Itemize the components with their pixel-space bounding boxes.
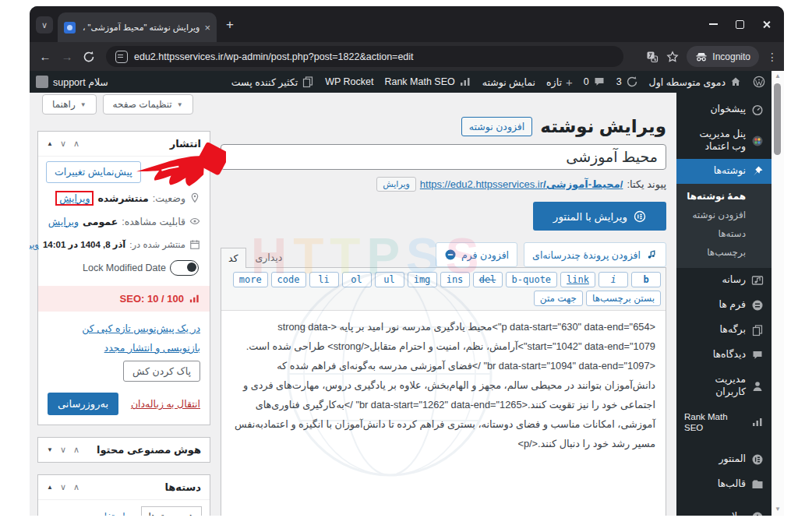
most-used-tab[interactable]: پراستفاده: [95, 507, 132, 516]
scrollbar-down-icon[interactable]: ▼: [775, 506, 781, 513]
qt-ins-button[interactable]: ins: [440, 272, 470, 287]
preview-changes-button[interactable]: پیش‌نمایش تغییرات: [46, 161, 141, 183]
qt-del-button[interactable]: del: [473, 272, 503, 287]
sidebar-item-users[interactable]: مدیریت کاربران: [676, 368, 772, 404]
update-button[interactable]: به‌روزرسانی: [48, 393, 118, 415]
sidebar-item-pages[interactable]: برگه‌ها: [676, 318, 772, 343]
sidebar-item-themes[interactable]: قالب‌ها: [676, 472, 772, 497]
site-info-icon[interactable]: [115, 51, 128, 63]
submenu-tags[interactable]: برچسب‌ها: [676, 243, 772, 262]
bookmark-star-icon[interactable]: [666, 51, 679, 63]
move-up-icon[interactable]: ∧: [73, 445, 79, 455]
view-post-menu[interactable]: نمایش نوشته: [482, 76, 535, 88]
sidebar-item-elementor[interactable]: المنتور: [676, 447, 772, 472]
close-button[interactable]: [753, 12, 779, 36]
edit-status-link[interactable]: ویرایش: [59, 193, 90, 204]
incognito-icon: [695, 51, 708, 63]
add-media-button[interactable]: افزودن پروندهٔ چندرسانه‌ای: [524, 242, 666, 267]
scrollbar-up-icon[interactable]: ▲: [775, 72, 781, 79]
site-name-menu[interactable]: دموی متوسطه اول: [649, 76, 742, 88]
reload-button[interactable]: [79, 48, 98, 66]
lock-modified-toggle[interactable]: [170, 260, 199, 276]
qt-link-button[interactable]: link: [560, 272, 595, 287]
move-up-icon[interactable]: ∧: [73, 482, 79, 492]
edit-with-elementor-button[interactable]: ویرایش با المنتور: [533, 202, 666, 231]
submenu-categories[interactable]: دسته‌ها: [676, 224, 772, 243]
qt-blockquote-button[interactable]: b-quote: [506, 272, 558, 287]
post-duplicator-menu[interactable]: تکثیر کننده پست: [231, 76, 314, 88]
qt-close-tags-button[interactable]: بستن برچسب‌ها: [586, 291, 661, 306]
sidebar-item-media[interactable]: رسانه: [676, 268, 772, 293]
qt-italic-button[interactable]: i: [598, 272, 628, 287]
qt-code-button[interactable]: code: [271, 272, 306, 287]
sidebar-label: المنتور: [719, 453, 746, 466]
qt-img-button[interactable]: img: [408, 272, 437, 287]
howdy-menu[interactable]: سلام support: [36, 76, 108, 88]
sidebar-item-salam[interactable]: سلام: [676, 505, 772, 516]
move-up-icon[interactable]: ∧: [73, 139, 79, 149]
scrollbar-thumb[interactable]: [774, 83, 781, 155]
wp-rocket-menu[interactable]: WP Rocket: [325, 76, 373, 87]
updates-menu[interactable]: 3: [616, 76, 638, 88]
forward-button[interactable]: →: [58, 48, 76, 66]
move-down-icon[interactable]: ∨: [60, 482, 66, 492]
new-content-menu[interactable]: + تازه: [546, 76, 573, 89]
browser-menu-icon[interactable]: ⋮: [767, 51, 778, 63]
all-categories-tab[interactable]: همه دسته‌ها: [141, 506, 202, 516]
sidebar-item-etemaad-panel[interactable]: پنل مدیریت وب اعتماد: [676, 122, 772, 159]
tab-code[interactable]: کد: [221, 248, 246, 268]
sidebar-item-comments[interactable]: دیدگاه‌ها: [676, 343, 772, 368]
page-scrollbar[interactable]: ▲ ▼: [772, 71, 784, 516]
tab-search-button[interactable]: ∨: [36, 16, 53, 33]
rank-math-menu[interactable]: Rank Math SEO: [384, 76, 471, 88]
wp-logo-menu[interactable]: [753, 76, 765, 88]
submenu-all-posts[interactable]: همهٔ نوشته‌ها: [676, 187, 772, 206]
tab-visual[interactable]: دیداری: [249, 248, 290, 267]
url-text: edu2.httpsservices.ir/wp-admin/post.php?…: [134, 51, 414, 62]
move-to-trash-link[interactable]: انتقال به زباله‌دان: [131, 398, 200, 410]
sidebar-item-rank-math[interactable]: Rank Math SEO: [676, 405, 772, 440]
order-icon[interactable]: ▲: [47, 484, 53, 491]
qt-bold-button[interactable]: b: [631, 272, 661, 287]
minimize-button[interactable]: [700, 12, 726, 36]
clear-cache-button[interactable]: پاک کردن کش: [123, 361, 200, 382]
sidebar-label: قالب‌ها: [718, 478, 746, 491]
move-down-icon[interactable]: ∨: [60, 445, 66, 455]
tab-close-icon[interactable]: ×: [204, 22, 210, 33]
categories-header[interactable]: دسته‌ها ▲ ∨ ∧: [38, 475, 210, 500]
submenu-add-post[interactable]: افزودن نوشته: [676, 206, 772, 224]
order-icon[interactable]: ▼: [47, 446, 53, 453]
help-button[interactable]: راهنما ▼: [42, 94, 97, 115]
comments-menu[interactable]: 0: [584, 76, 606, 88]
order-icon[interactable]: ▲: [47, 140, 53, 147]
qt-ul-button[interactable]: ul: [375, 272, 404, 287]
content-ai-header[interactable]: هوش مصنوعی محتوا ▼ ∨ ∧: [38, 438, 210, 462]
qt-ol-button[interactable]: ol: [342, 272, 372, 287]
translate-icon[interactable]: [646, 51, 659, 63]
sidebar-item-forms[interactable]: فرم ها: [676, 293, 772, 318]
post-title-input[interactable]: [221, 144, 666, 170]
move-down-icon[interactable]: ∨: [60, 139, 66, 149]
seo-score-row[interactable]: SEO: 10 / 100: [38, 286, 210, 312]
post-content-editor[interactable]: <p data-start="630" data-end="654">محیط …: [221, 311, 666, 516]
new-tab-button[interactable]: +: [226, 18, 234, 31]
screen-options-button[interactable]: تنظیمات صفحه ▼: [103, 94, 193, 115]
qt-text-direction-button[interactable]: جهت متن: [534, 291, 583, 306]
back-button[interactable]: ←: [36, 48, 55, 66]
add-form-button[interactable]: افزودن فرم: [436, 242, 517, 267]
permalink-edit-button[interactable]: ویرایش: [376, 177, 416, 192]
maximize-button[interactable]: [726, 12, 753, 36]
permalink-link[interactable]: https://edu2.httpsservices.ir/محیط-آموزش…: [420, 178, 623, 190]
sidebar-item-posts[interactable]: نوشته‌ها: [676, 159, 772, 184]
add-new-post-button[interactable]: افزودن نوشته: [461, 117, 532, 136]
edit-visibility-link[interactable]: ویرایش: [48, 216, 79, 227]
edit-published-link[interactable]: ویرایش: [30, 239, 39, 250]
qt-more-button[interactable]: more: [233, 272, 268, 287]
qt-li-button[interactable]: li: [309, 272, 339, 287]
publish-box-header[interactable]: انتشار ▲ ∨ ∧: [38, 132, 210, 157]
address-bar[interactable]: edu2.httpsservices.ir/wp-admin/post.php?…: [106, 46, 623, 67]
sidebar-item-dashboard[interactable]: پیشخوان: [676, 97, 772, 122]
copy-to-draft-link[interactable]: در یک پیش‌نویس تازه کپی کن: [82, 322, 200, 334]
browser-tab[interactable]: ویرایش نوشته "محیط آموزشی" ، ، ×: [58, 12, 217, 42]
rewrite-republish-link[interactable]: بازنویسی و انتشار مجدد: [104, 342, 200, 354]
